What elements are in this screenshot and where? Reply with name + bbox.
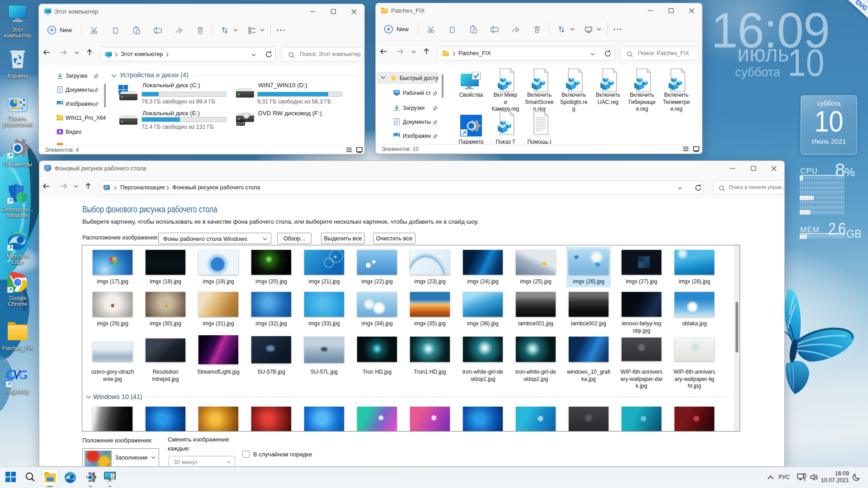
svg-text:DVD: DVD	[237, 121, 246, 126]
